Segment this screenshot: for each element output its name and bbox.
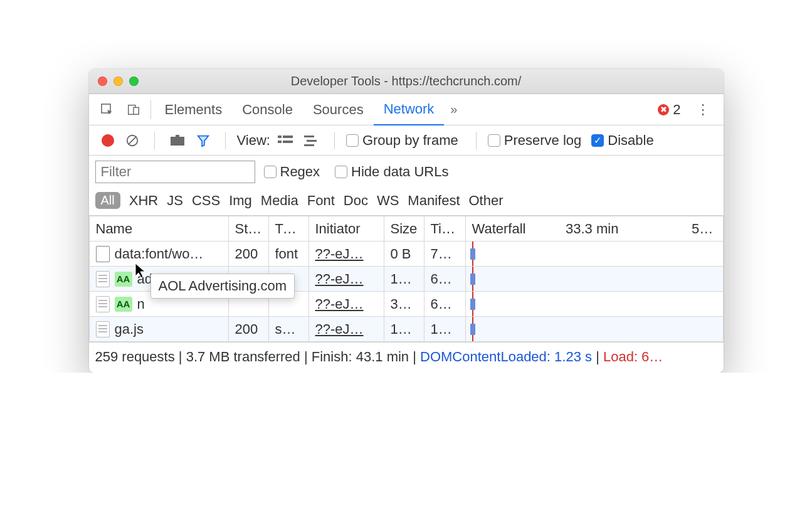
settings-kebab-icon[interactable]: ⋮ (687, 102, 719, 118)
cell-initiator[interactable]: ??-eJ… (308, 317, 384, 342)
type-filter-media[interactable]: Media (261, 193, 298, 209)
requests-table-wrap: Name St… Ty… Initiator Size Ti… Waterfal… (89, 216, 724, 342)
error-count[interactable]: ✖ 2 (651, 102, 687, 118)
cell-time: 6… (424, 292, 465, 317)
cell-waterfall (465, 317, 723, 342)
svg-rect-9 (278, 141, 282, 143)
device-toggle-icon[interactable] (120, 94, 147, 125)
cell-size: 0 B (384, 242, 424, 267)
error-dot-icon: ✖ (658, 104, 669, 115)
cell-time: 6… (424, 267, 465, 292)
table-header-row: Name St… Ty… Initiator Size Ti… Waterfal… (89, 216, 723, 242)
tab-console[interactable]: Console (232, 94, 303, 125)
filter-input[interactable] (95, 161, 255, 183)
svg-rect-13 (304, 144, 314, 146)
status-bar: 259 requests | 3.7 MB transferred | Fini… (89, 342, 724, 373)
group-by-frame-option[interactable]: Group by frame (346, 132, 458, 149)
network-toolbar: View: Group by frame Preserve log Disabl… (89, 125, 724, 156)
cell-status: 200 (228, 317, 268, 342)
cell-size: 1… (384, 267, 424, 292)
tabs-overflow-icon[interactable]: » (444, 102, 463, 117)
devtools-window: Developer Tools - https://techcrunch.com… (89, 69, 724, 373)
svg-rect-8 (283, 135, 293, 138)
waterfall-tick-2: 50.0 (685, 216, 723, 242)
close-icon[interactable] (98, 77, 107, 86)
file-icon (96, 246, 110, 262)
col-time[interactable]: Ti… (424, 216, 465, 242)
request-name: data:font/wo… (115, 246, 204, 262)
col-name[interactable]: Name (89, 216, 228, 242)
status-transferred: 3.7 MB transferred (186, 349, 300, 364)
cell-size: 1… (384, 317, 424, 342)
svg-line-4 (128, 136, 136, 144)
col-initiator[interactable]: Initiator (308, 216, 384, 242)
disable-cache-option[interactable]: Disable (591, 132, 653, 149)
filter-icon[interactable] (192, 134, 214, 147)
titlebar: Developer Tools - https://techcrunch.com… (89, 69, 724, 94)
svg-rect-11 (304, 135, 314, 137)
type-filter-bar: All XHR JS CSS Img Media Font Doc WS Man… (89, 188, 724, 216)
type-filter-all[interactable]: All (95, 192, 120, 209)
table-row[interactable]: data:font/wo…200font??-eJ…0 B7… (89, 242, 723, 267)
preserve-log-option[interactable]: Preserve log (488, 132, 582, 149)
maximize-icon[interactable] (129, 77, 139, 86)
svg-rect-10 (283, 141, 293, 143)
type-filter-img[interactable]: Img (229, 193, 252, 209)
hide-data-urls-option[interactable]: Hide data URLs (335, 164, 448, 180)
cell-time: 7… (424, 242, 465, 267)
status-requests: 259 requests (95, 349, 175, 364)
separator (150, 100, 151, 119)
col-status[interactable]: St… (228, 216, 268, 242)
tracker-badge-icon: AA (115, 297, 132, 312)
waterfall-tick-1: 33.3 min (559, 216, 685, 242)
status-dcl: DOMContentLoaded: 1.23 s (420, 349, 592, 364)
view-small-icon[interactable] (300, 134, 323, 147)
status-finish: Finish: 43.1 min (312, 349, 409, 364)
minimize-icon[interactable] (113, 77, 123, 86)
cell-initiator[interactable]: ??-eJ… (308, 242, 384, 267)
cell-waterfall (465, 267, 723, 292)
capture-screenshot-icon[interactable] (166, 135, 189, 146)
cell-size: 3… (384, 292, 424, 317)
filter-bar: Regex Hide data URLs (89, 156, 724, 188)
file-icon (96, 271, 110, 287)
record-button[interactable] (98, 134, 118, 147)
cell-type: sc… (268, 317, 308, 342)
tab-elements[interactable]: Elements (155, 94, 233, 125)
tab-sources[interactable]: Sources (303, 94, 374, 125)
view-large-icon[interactable] (274, 134, 297, 147)
type-filter-xhr[interactable]: XHR (129, 193, 158, 209)
col-waterfall[interactable]: Waterfall (465, 216, 559, 242)
main-tabbar: Elements Console Sources Network » ✖ 2 ⋮ (89, 94, 724, 125)
table-row[interactable]: ga.js200sc…??-eJ…1…1… (89, 317, 723, 342)
status-load: Load: 6… (603, 349, 663, 364)
col-size[interactable]: Size (384, 216, 424, 242)
cell-status: 200 (228, 242, 268, 267)
svg-rect-12 (307, 140, 317, 142)
request-name: n (137, 296, 145, 312)
svg-rect-5 (171, 137, 184, 146)
type-filter-other[interactable]: Other (469, 193, 504, 209)
cell-time: 1… (424, 317, 465, 342)
col-type[interactable]: Ty… (268, 216, 308, 242)
svg-rect-6 (176, 135, 179, 137)
type-filter-manifest[interactable]: Manifest (408, 193, 460, 209)
cell-waterfall (465, 242, 723, 267)
cell-initiator[interactable]: ??-eJ… (308, 292, 384, 317)
file-icon (96, 321, 110, 337)
type-filter-ws[interactable]: WS (377, 193, 399, 209)
clear-button[interactable] (122, 134, 143, 147)
tracker-tooltip: AOL Advertising.com (150, 274, 295, 299)
svg-rect-7 (278, 135, 282, 138)
inspect-icon[interactable] (94, 94, 120, 125)
traffic-lights (98, 77, 139, 86)
type-filter-doc[interactable]: Doc (344, 193, 368, 209)
cell-initiator[interactable]: ??-eJ… (308, 267, 384, 292)
tab-network[interactable]: Network (374, 94, 445, 125)
type-filter-font[interactable]: Font (307, 193, 335, 209)
type-filter-css[interactable]: CSS (192, 193, 220, 209)
file-icon (96, 296, 110, 312)
svg-rect-2 (134, 107, 139, 114)
type-filter-js[interactable]: JS (167, 193, 183, 209)
regex-option[interactable]: Regex (264, 164, 320, 180)
